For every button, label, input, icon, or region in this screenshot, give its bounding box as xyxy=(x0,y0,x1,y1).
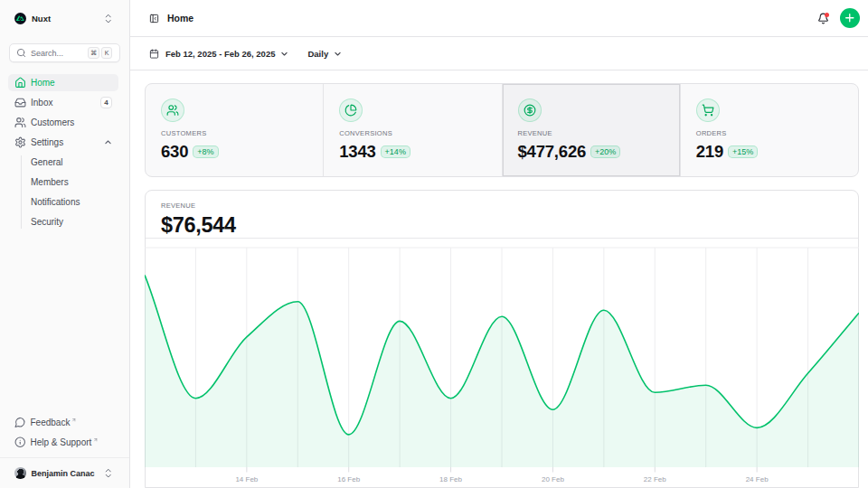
stat-value: 1343 xyxy=(339,142,375,162)
user-name: Benjamin Canac xyxy=(32,469,95,478)
gear-icon xyxy=(14,136,26,148)
svg-text:24 Feb: 24 Feb xyxy=(746,475,769,483)
app-header: Home xyxy=(130,0,868,37)
chevrons-up-down-icon xyxy=(105,14,112,23)
svg-text:16 Feb: 16 Feb xyxy=(337,475,360,483)
date-range-label: Feb 12, 2025 - Feb 26, 2025 xyxy=(165,49,275,59)
kbd-k: K xyxy=(101,47,112,59)
search-input[interactable]: Search... ⌘ K xyxy=(9,43,120,62)
stats-row: CUSTOMERS630+8%CONVERSIONS1343+14%REVENU… xyxy=(145,83,859,177)
sidebar-item-settings[interactable]: Settings xyxy=(8,134,118,151)
sidebar-subitem-label: Members xyxy=(31,177,69,187)
chart-title: REVENUE xyxy=(161,202,858,210)
sidebar-collapse-button[interactable] xyxy=(149,14,159,23)
inbox-icon xyxy=(14,97,26,108)
arrow-up-right-icon xyxy=(93,437,99,443)
arrow-up-right-icon xyxy=(71,418,77,423)
sidebar-link-label: Feedback xyxy=(31,418,71,427)
sidebar-item-label: Home xyxy=(31,78,55,88)
main-area: Home Feb 12, 2025 - Feb 26, 2025 Daily C… xyxy=(130,0,868,488)
sidebar-subitem-members[interactable]: Members xyxy=(8,174,118,191)
search-placeholder: Search... xyxy=(31,49,88,58)
stat-card-conversions[interactable]: CONVERSIONS1343+14% xyxy=(323,84,501,176)
sidebar-item-customers[interactable]: Customers xyxy=(8,114,118,131)
chart-pie-icon xyxy=(339,99,363,122)
user-menu[interactable]: Benjamin Canac xyxy=(8,465,121,482)
sidebar-subitem-notifications[interactable]: Notifications xyxy=(8,193,118,211)
notifications-button[interactable] xyxy=(817,13,829,24)
sidebar-item-inbox[interactable]: Inbox4 xyxy=(8,94,118,111)
period-label: Daily xyxy=(307,49,328,59)
stat-value: 630 xyxy=(161,142,188,162)
page-content: CUSTOMERS630+8%CONVERSIONS1343+14%REVENU… xyxy=(130,70,868,488)
workspace-switcher[interactable]: Nuxt xyxy=(8,9,121,28)
sidebar-subitem-label: Security xyxy=(31,217,63,227)
stat-delta-badge: +8% xyxy=(193,145,218,158)
sidebar-subnav: GeneralMembersNotificationsSecurity xyxy=(8,154,118,230)
sidebar-link-help-support[interactable]: Help & Support xyxy=(8,434,118,451)
sidebar-footer: FeedbackHelp & Support xyxy=(8,414,118,454)
nuxt-logo xyxy=(14,13,26,24)
sidebar-subitem-label: Notifications xyxy=(31,197,80,207)
chevron-up-icon xyxy=(104,138,112,146)
stat-delta-badge: +14% xyxy=(381,145,410,158)
info-circle-icon xyxy=(14,436,26,448)
add-button[interactable] xyxy=(840,8,861,29)
user-menu-row: Benjamin Canac xyxy=(0,457,129,488)
sidebar-item-label: Inbox xyxy=(31,98,52,108)
svg-text:14 Feb: 14 Feb xyxy=(235,475,258,483)
sidebar-item-label: Customers xyxy=(31,117,74,127)
message-circle-icon xyxy=(14,417,26,428)
plus-icon xyxy=(844,13,855,23)
svg-text:22 Feb: 22 Feb xyxy=(644,475,666,483)
stat-card-orders[interactable]: ORDERS219+15% xyxy=(680,84,858,176)
chevron-down-icon xyxy=(280,50,288,58)
workspace-name: Nuxt xyxy=(32,14,51,23)
users-icon xyxy=(14,117,26,128)
sidebar-item-label: Settings xyxy=(31,137,63,147)
stat-label: REVENUE xyxy=(518,129,680,137)
stat-delta-badge: +20% xyxy=(590,145,620,158)
calendar-icon xyxy=(149,49,159,59)
svg-text:18 Feb: 18 Feb xyxy=(439,475,462,483)
toolbar: Feb 12, 2025 - Feb 26, 2025 Daily xyxy=(130,37,868,70)
sidebar-subitem-security[interactable]: Security xyxy=(8,213,118,230)
revenue-area-chart[interactable]: 14 Feb16 Feb18 Feb20 Feb22 Feb24 Feb xyxy=(146,239,858,485)
sidebar-link-feedback[interactable]: Feedback xyxy=(8,414,118,431)
sidebar-subitem-general[interactable]: General xyxy=(8,154,118,171)
stat-card-customers[interactable]: CUSTOMERS630+8% xyxy=(146,84,323,176)
page-title: Home xyxy=(167,13,193,23)
stat-card-revenue[interactable]: REVENUE$477,626+20% xyxy=(502,84,680,176)
period-select[interactable]: Daily xyxy=(307,49,342,59)
stat-value: 219 xyxy=(696,142,723,162)
kbd-meta: ⌘ xyxy=(88,47,99,59)
chart-value: $76,544 xyxy=(161,213,858,238)
user-avatar xyxy=(14,467,26,479)
sidebar-nav: HomeInbox4CustomersSettingsGeneralMember… xyxy=(8,74,118,233)
stat-value: $477,626 xyxy=(518,142,587,162)
sidebar: Nuxt Search... ⌘ K HomeInbox4CustomersSe… xyxy=(0,0,130,488)
sidebar-subitem-label: General xyxy=(31,157,63,167)
house-icon xyxy=(14,77,26,89)
revenue-chart-card: REVENUE $76,544 14 Feb16 Feb18 Feb20 Feb… xyxy=(145,190,859,488)
chevrons-up-down-icon xyxy=(105,468,112,478)
chevron-down-icon xyxy=(334,50,342,58)
stat-delta-badge: +15% xyxy=(728,145,758,158)
stat-label: CONVERSIONS xyxy=(339,129,501,137)
sidebar-item-home[interactable]: Home xyxy=(8,74,118,91)
users-icon xyxy=(161,99,184,122)
notification-dot xyxy=(825,13,830,18)
svg-text:20 Feb: 20 Feb xyxy=(542,475,564,483)
shopping-cart-icon xyxy=(696,99,720,122)
sidebar-link-label: Help & Support xyxy=(31,437,92,447)
circle-dollar-icon xyxy=(518,99,542,122)
stat-label: ORDERS xyxy=(696,129,858,137)
inbox-count-badge: 4 xyxy=(100,97,112,108)
date-range-picker[interactable]: Feb 12, 2025 - Feb 26, 2025 xyxy=(149,49,288,59)
chart-header: REVENUE $76,544 xyxy=(146,191,858,239)
stat-label: CUSTOMERS xyxy=(161,129,323,137)
search-icon xyxy=(16,48,26,58)
